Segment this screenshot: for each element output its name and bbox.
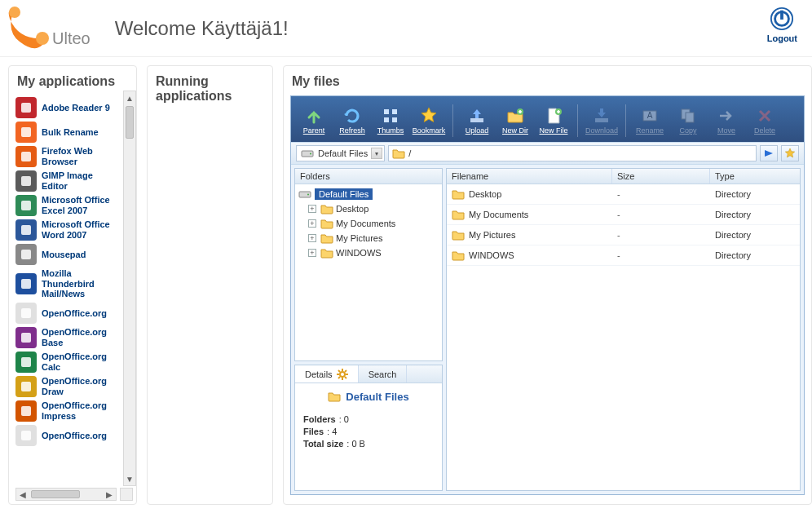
app-label: OpenOffice.org Calc: [42, 352, 115, 372]
details-tabs: Details: [295, 365, 442, 383]
expand-icon[interactable]: +: [308, 219, 316, 228]
path-text: /: [408, 148, 411, 158]
toolbar-upload-button[interactable]: Upload: [459, 104, 495, 136]
tab-search[interactable]: Search: [359, 365, 408, 383]
app-item-ooo-calc[interactable]: OpenOffice.org Calc: [15, 350, 115, 374]
toolbar-label: Move: [717, 126, 735, 135]
col-filename[interactable]: Filename: [447, 169, 612, 184]
app-item-excel[interactable]: Microsoft Office Excel 2007: [15, 193, 115, 218]
app-label: OpenOffice.org: [42, 308, 107, 319]
bookmark-icon: [419, 106, 439, 126]
col-size[interactable]: Size: [612, 169, 710, 184]
tab-details-label: Details: [305, 369, 333, 379]
app-item-thunderbird[interactable]: Mozilla Thunderbird Mail/News: [15, 267, 115, 301]
tree-root[interactable]: Default Files: [297, 187, 440, 201]
file-name-cell: My Documents: [447, 206, 612, 223]
app-item-ooo2[interactable]: OpenOffice.org: [15, 423, 115, 448]
file-row[interactable]: My Pictures-Directory: [447, 225, 800, 245]
file-size-cell: -: [612, 208, 710, 221]
word-icon: [15, 219, 37, 241]
toolbar-bookmark-button[interactable]: Bookmark: [411, 104, 447, 136]
svg-rect-8: [21, 176, 31, 186]
chevron-down-icon[interactable]: ▾: [371, 148, 382, 159]
file-type-cell: Directory: [710, 208, 800, 221]
drive-icon: [301, 147, 314, 160]
svg-text:A: A: [647, 111, 653, 120]
apps-scrollbar-vertical[interactable]: ▲ ▼: [123, 91, 136, 486]
app-label: OpenOffice.org Impress: [42, 400, 115, 421]
app-item-mousepad[interactable]: Mousepad: [15, 242, 115, 267]
folder-icon: [320, 232, 333, 245]
file-type-cell: Directory: [710, 228, 800, 241]
logout-button[interactable]: Logout: [767, 7, 797, 43]
scroll-right-icon[interactable]: ▶: [103, 489, 116, 500]
scroll-up-icon[interactable]: ▲: [124, 91, 135, 104]
app-item-ooo-impress[interactable]: OpenOffice.org Impress: [15, 399, 115, 423]
toolbar-refresh-button[interactable]: Refresh: [334, 104, 370, 136]
folder-icon: [392, 147, 405, 160]
app-item-bulk[interactable]: Bulk Rename: [15, 120, 115, 144]
toolbar-thumbs-button[interactable]: Thumbs: [373, 104, 408, 136]
app-item-word[interactable]: Microsoft Office Word 2007: [15, 218, 115, 242]
app-item-firefox[interactable]: Firefox Web Browser: [15, 144, 115, 169]
app-item-ooo-draw[interactable]: OpenOffice.org Draw: [15, 374, 115, 399]
path-bookmark-button[interactable]: [781, 145, 799, 161]
folder-icon: [320, 246, 333, 259]
brand-name: Ulteo: [52, 29, 90, 48]
tree-item-label: WINDOWS: [336, 248, 382, 258]
folder-icon: [452, 228, 465, 241]
app-item-adobe[interactable]: Adobe Reader 9: [15, 95, 115, 120]
delete-icon: [755, 106, 774, 126]
file-row[interactable]: WINDOWS-Directory: [447, 245, 800, 266]
app-label: Bulk Rename: [42, 127, 99, 138]
toolbar-parent-button[interactable]: Parent: [296, 104, 332, 136]
app-item-ooo[interactable]: OpenOffice.org: [15, 301, 115, 325]
file-type-cell: Directory: [710, 249, 800, 262]
toolbar-label: New File: [539, 126, 567, 135]
tab-details[interactable]: Details: [295, 365, 359, 383]
expand-icon[interactable]: +: [308, 205, 316, 213]
main-area: My applications Adobe Reader 9Bulk Renam…: [0, 57, 812, 513]
toolbar-label: Upload: [466, 126, 489, 135]
file-row[interactable]: My Documents-Directory: [447, 205, 800, 225]
thunderbird-icon: [15, 273, 37, 294]
file-row[interactable]: Desktop-Directory: [447, 184, 800, 205]
svg-rect-20: [392, 109, 397, 114]
tree-root-label: Default Files: [315, 188, 373, 200]
app-item-gimp[interactable]: GIMP Image Editor: [15, 169, 115, 193]
scroll-thumb-h[interactable]: [31, 490, 80, 498]
app-label: Microsoft Office Excel 2007: [42, 195, 115, 215]
tree-item[interactable]: +My Pictures: [297, 231, 440, 245]
scroll-down-icon[interactable]: ▼: [124, 472, 135, 485]
tree-item[interactable]: +WINDOWS: [297, 245, 440, 260]
svg-rect-15: [21, 357, 31, 367]
app-label: Firefox Web Browser: [42, 146, 115, 166]
apps-list: Adobe Reader 9Bulk RenameFirefox Web Bro…: [15, 95, 130, 485]
scroll-left-icon[interactable]: ◀: [16, 489, 29, 500]
file-size-cell: -: [612, 228, 710, 241]
svg-rect-30: [686, 113, 694, 122]
firefox-icon: [15, 146, 37, 167]
tree-item[interactable]: +Desktop: [297, 201, 440, 216]
path-go-button[interactable]: [760, 145, 778, 161]
svg-rect-26: [595, 118, 608, 122]
toolbar-newdir-button[interactable]: New Dir: [497, 104, 533, 136]
tree-item[interactable]: +My Documents: [297, 216, 440, 231]
path-input[interactable]: /: [388, 145, 757, 161]
app-item-ooo-base[interactable]: OpenOffice.org Base: [15, 325, 115, 350]
toolbar-newfile-button[interactable]: New File: [536, 104, 571, 136]
panel-my-applications: My applications Adobe Reader 9Bulk Renam…: [8, 65, 137, 505]
toolbar-label: Copy: [679, 126, 696, 135]
svg-point-35: [340, 372, 345, 377]
rename-icon: A: [640, 106, 660, 126]
col-type[interactable]: Type: [710, 169, 800, 184]
app-label: Microsoft Office Word 2007: [42, 219, 115, 240]
bulk-icon: [15, 122, 37, 143]
svg-point-32: [310, 153, 311, 155]
scroll-thumb[interactable]: [126, 106, 134, 139]
ooo-calc-icon: [15, 352, 37, 373]
expand-icon[interactable]: +: [308, 234, 316, 242]
volume-selector[interactable]: Default Files ▾: [296, 145, 385, 161]
apps-scrollbar-horizontal[interactable]: ◀ ▶: [15, 488, 117, 501]
expand-icon[interactable]: +: [308, 249, 316, 257]
